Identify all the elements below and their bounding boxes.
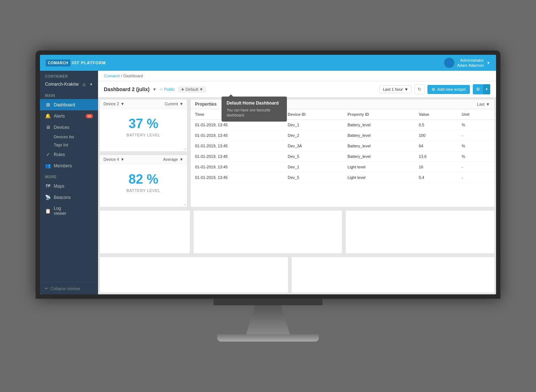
left-column: Device 2 ▼ Current ▼: [98, 98, 189, 209]
widget-1-resize-handle[interactable]: ⊿: [183, 147, 186, 151]
container-selector[interactable]: Comarch-Kraków ⌂ ▼: [40, 80, 98, 90]
container-dropdown-icon[interactable]: ▼: [89, 82, 93, 86]
more-section-label: MORE: [40, 171, 98, 180]
empty-widget-5: [291, 257, 495, 293]
star-icon: ☆: [159, 87, 163, 92]
widget-2-mode-select[interactable]: Average ▼: [163, 157, 183, 162]
default-badge[interactable]: ★ Default ▼: [178, 86, 206, 93]
log-icon: 📋: [45, 208, 51, 214]
widget-1-label: BATTERY LEVEL: [126, 133, 160, 137]
sidebar-item-alerts[interactable]: 🔔 Alerts 56: [40, 110, 98, 122]
widget-2-mode-dropdown[interactable]: ▼: [179, 157, 183, 162]
time-range-label: Last 1 hour: [383, 87, 403, 91]
col-value: Value: [414, 109, 457, 120]
add-widget-button[interactable]: ⊞ Add new widget: [427, 85, 470, 94]
cell-property_id: Light level: [343, 162, 414, 172]
refresh-icon: ↻: [418, 87, 421, 92]
last-dropdown-icon[interactable]: ▼: [486, 102, 490, 106]
settings-dropdown-icon: ▼: [485, 87, 488, 91]
main-content: CONTAINER Comarch-Kraków ⌂ ▼ MAIN ⊞ Dash…: [40, 71, 496, 294]
breadcrumb: Comarch / Dashboard: [98, 71, 496, 81]
battery-widget-1: Device 2 ▼ Current ▼: [100, 99, 187, 152]
sidebar-item-rules[interactable]: ✓ Rules: [40, 149, 98, 160]
star-default-icon: ★: [181, 87, 184, 92]
cell-value: 13,6: [414, 151, 457, 162]
sidebar-item-members[interactable]: 👥 Members: [40, 160, 98, 171]
col-unit: Unit: [457, 109, 494, 120]
widget-1-mode-select[interactable]: Current ▼: [165, 102, 183, 106]
widget-1-mode-label: Current: [165, 102, 178, 106]
maps-icon: 🗺: [45, 183, 51, 189]
widget-1-device-select[interactable]: Device 2 ▼: [103, 102, 125, 106]
dashboard-title-area: Dashboard 2 (julix) ▼ ☆ Public ★ Default…: [104, 86, 206, 93]
beacons-icon: 📡: [45, 195, 51, 200]
last-select[interactable]: Last ▼: [477, 102, 490, 106]
settings-button-group: ⚙ ▼: [473, 84, 490, 94]
last-label: Last: [477, 102, 484, 106]
cell-device_id: Dev_1: [283, 162, 343, 172]
dashboard-actions: Last 1 hour ▼ ↻ ⊞ Add new widget: [379, 84, 490, 94]
tooltip-title: Default Home Dashboard: [227, 100, 282, 106]
sidebar-item-label: Rules: [54, 152, 65, 157]
table-row: 01-01-2019, 13:45Dev_1Light level16-: [191, 162, 494, 172]
settings-button[interactable]: ⚙: [473, 84, 483, 94]
sidebar-item-label: Members: [54, 163, 72, 168]
breadcrumb-current: Dashboard: [123, 74, 143, 78]
public-label: Public: [164, 87, 175, 91]
settings-dropdown-button[interactable]: ▼: [483, 84, 490, 94]
cell-unit: -: [457, 162, 494, 172]
add-widget-label: Add new widget: [437, 87, 466, 91]
user-full-name: Adam Adamski: [457, 63, 484, 68]
public-badge[interactable]: ☆ Public: [159, 87, 175, 92]
cell-value: 100: [414, 130, 457, 141]
cell-device_id: Dev_5: [283, 172, 343, 183]
col-device-id: Device ID: [283, 109, 343, 120]
rules-icon: ✓: [45, 152, 51, 157]
refresh-button[interactable]: ↻: [414, 84, 425, 94]
user-dropdown-icon[interactable]: ▼: [487, 61, 490, 65]
app-logo: COMARCH IOT PLATFORM: [46, 60, 106, 66]
widget-2-label: BATTERY LEVEL: [126, 188, 160, 193]
dashboard-extra-row: [98, 255, 496, 294]
widget-1-mode-dropdown[interactable]: ▼: [179, 102, 183, 106]
cell-time: 01-01-2019, 13:45: [191, 141, 283, 151]
logo-box: COMARCH: [46, 60, 70, 66]
sidebar-item-maps[interactable]: 🗺 Maps: [40, 180, 98, 192]
sidebar-item-log-viewer[interactable]: 📋 Logviewer: [40, 203, 98, 219]
empty-widget-1: [100, 210, 190, 254]
cell-time: 01-01-2019, 13:45: [191, 130, 283, 141]
cell-device_id: Dev_5: [283, 151, 343, 162]
widget-2-body: 82 % BATTERY LEVEL: [100, 164, 187, 200]
members-icon: 👥: [45, 163, 51, 168]
collapse-sidebar-button[interactable]: ⇤ Collapse sidebar: [40, 282, 98, 294]
sidebar-item-tags-list[interactable]: Tags list: [40, 141, 98, 149]
collapse-icon: ⇤: [45, 286, 48, 291]
widget-2-device-select[interactable]: Device 4 ▼: [103, 157, 125, 162]
sidebar-item-label: Maps: [54, 184, 64, 189]
container-name: Comarch-Kraków: [45, 82, 79, 87]
widget-2-value: 82 %: [129, 172, 158, 187]
cell-value: 0,4: [414, 172, 457, 183]
cell-time: 01-01-2019, 13:45: [191, 172, 283, 183]
widget-1-device-dropdown[interactable]: ▼: [121, 102, 125, 106]
cell-unit: %: [457, 151, 494, 162]
dashboard-title: Dashboard 2 (julix): [104, 86, 150, 92]
dashboard-grid: Device 2 ▼ Current ▼: [98, 98, 496, 294]
sidebar-item-devices-list[interactable]: Devices list: [40, 133, 98, 141]
sidebar-item-dashboard[interactable]: ⊞ Dashboard: [40, 99, 98, 110]
sidebar-item-devices[interactable]: 🖥 Devices: [40, 122, 98, 133]
sidebar-item-label: Logviewer: [54, 206, 66, 216]
breadcrumb-parent[interactable]: Comarch: [104, 74, 120, 78]
topbar: COMARCH IOT PLATFORM 👤 Administrator Ada…: [40, 55, 496, 71]
widget-2-device-dropdown[interactable]: ▼: [121, 157, 125, 162]
time-range-select[interactable]: Last 1 hour ▼: [379, 85, 411, 93]
collapse-label: Collapse sidebar: [50, 286, 80, 291]
cell-value: 0,5: [414, 120, 457, 130]
user-menu[interactable]: 👤 Administrator Adam Adamski ▼: [444, 58, 490, 68]
widget-2-resize-handle[interactable]: ⊿: [183, 202, 186, 206]
sidebar: CONTAINER Comarch-Kraków ⌂ ▼ MAIN ⊞ Dash…: [40, 71, 98, 294]
cell-property_id: Battery_level: [343, 120, 414, 130]
sidebar-item-beacons[interactable]: 📡 Beacons: [40, 192, 98, 203]
title-dropdown-icon[interactable]: ▼: [153, 87, 157, 91]
cell-device_id: Dev_1: [283, 120, 343, 130]
